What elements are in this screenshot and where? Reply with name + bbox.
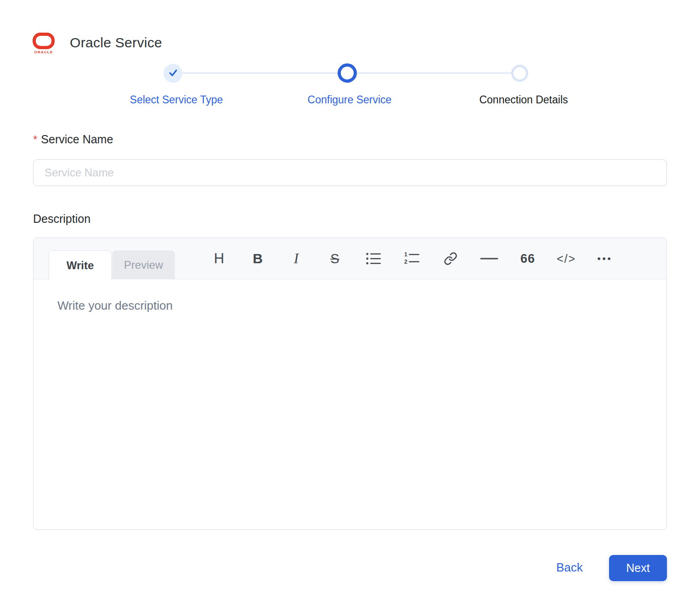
bold-icon[interactable]: B	[238, 238, 277, 279]
tab-write[interactable]: Write	[49, 250, 112, 280]
step-label-select-service-type[interactable]: Select Service Type	[130, 94, 223, 106]
service-name-label-text: Service Name	[41, 133, 113, 146]
ordered-list-icon[interactable]: 1 2	[393, 238, 431, 279]
check-icon	[168, 68, 178, 79]
strikethrough-icon[interactable]: S	[316, 238, 354, 279]
description-label: Description	[33, 212, 90, 226]
tab-preview[interactable]: Preview	[112, 250, 175, 279]
more-options-icon[interactable]: •••	[586, 238, 624, 279]
horizontal-rule-icon[interactable]	[470, 238, 508, 279]
svg-text:1: 1	[404, 252, 407, 258]
code-icon[interactable]: </>	[547, 238, 586, 279]
svg-text:2: 2	[404, 259, 407, 265]
step-configure-service-indicator[interactable]	[338, 63, 357, 83]
step-label-configure-service[interactable]: Configure Service	[308, 94, 392, 106]
quote-icon[interactable]: 66	[508, 238, 547, 279]
step-connection-details-indicator[interactable]	[511, 65, 528, 82]
required-asterisk: *	[33, 133, 37, 146]
unordered-list-icon[interactable]	[354, 238, 393, 279]
next-button[interactable]: Next	[609, 555, 667, 581]
heading-icon[interactable]: H	[200, 238, 238, 279]
editor-body	[34, 279, 666, 529]
service-name-input[interactable]	[33, 159, 667, 186]
link-icon[interactable]	[431, 238, 470, 279]
editor-toolbar-row: Write Preview H B I S	[34, 238, 666, 279]
oracle-service-wizard: ORACLE Oracle Service Select Service Typ…	[0, 0, 700, 611]
page-title: Oracle Service	[70, 35, 162, 51]
oracle-logo: ORACLE	[32, 33, 55, 54]
oracle-logo-ring-icon	[33, 33, 55, 49]
back-button[interactable]: Back	[556, 560, 583, 575]
oracle-logo-wordmark: ORACLE	[32, 50, 55, 54]
step-label-connection-details: Connection Details	[479, 94, 568, 106]
service-name-label: *Service Name	[33, 133, 113, 146]
formatting-toolbar: H B I S 1 2	[200, 238, 624, 279]
description-textarea[interactable]	[34, 279, 666, 529]
step-select-service-type-indicator[interactable]	[164, 64, 182, 83]
italic-icon[interactable]: I	[277, 238, 316, 279]
description-editor: Write Preview H B I S	[33, 238, 667, 530]
